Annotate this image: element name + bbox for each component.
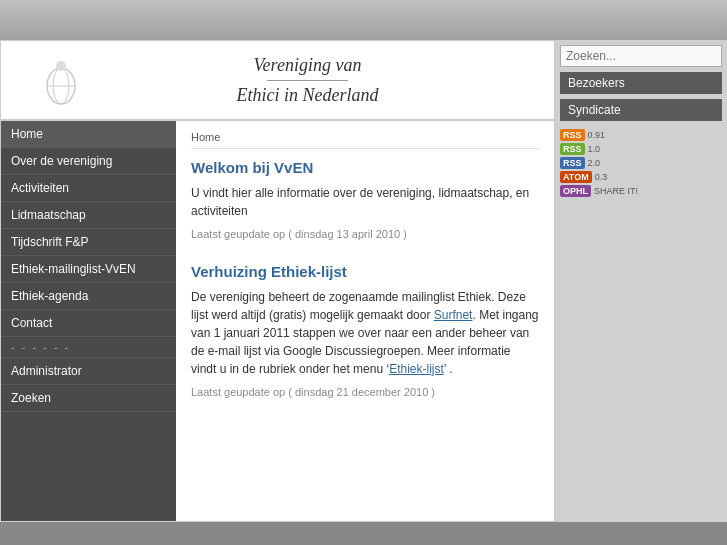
rss-20-icon: RSS <box>560 157 585 169</box>
atom-version: 0.3 <box>595 172 608 182</box>
main-content: Home Welkom bij VvEN U vindt hier alle i… <box>176 121 554 521</box>
ophl-badge[interactable]: OPHL SHARE IT! <box>560 185 722 197</box>
header-text: Vereniging van Ethici in Nederland <box>177 55 379 106</box>
rss-091-version: 0.91 <box>588 130 606 140</box>
ophl-version: SHARE IT! <box>594 186 638 196</box>
nav-item-over[interactable]: Over de vereniging <box>1 148 176 175</box>
section-welkom-updated: Laatst geupdate op ( dinsdag 13 april 20… <box>191 226 539 243</box>
ethiek-lijst-link[interactable]: Ethiek-lijst <box>389 362 444 376</box>
rss-10-version: 1.0 <box>588 144 601 154</box>
nav-item-zoeken[interactable]: Zoeken <box>1 385 176 412</box>
syndicate-label: Syndicate <box>560 99 722 121</box>
right-sidebar: Bezoekers Syndicate RSS 0.91 RSS 1.0 RSS… <box>555 40 727 522</box>
left-nav: Home Over de vereniging Activiteiten Lid… <box>1 121 176 521</box>
nav-item-tijdschrift[interactable]: Tijdschrift F&P <box>1 229 176 256</box>
section-welkom-body: U vindt hier alle informatie over de ver… <box>191 184 539 220</box>
nav-separator: - - - - - - <box>1 337 176 358</box>
nav-item-contact[interactable]: Contact <box>1 310 176 337</box>
bezoekers-label: Bezoekers <box>560 72 722 94</box>
verhuizing-text-3: ’ . <box>444 362 453 376</box>
logo-svg <box>31 51 91 111</box>
site-header: Vereniging van Ethici in Nederland <box>1 41 554 121</box>
rss-10-icon: RSS <box>560 143 585 155</box>
atom-badge[interactable]: ATOM 0.3 <box>560 171 722 183</box>
breadcrumb: Home <box>191 131 539 149</box>
nav-item-administrator[interactable]: Administrator <box>1 358 176 385</box>
svg-point-3 <box>56 61 66 71</box>
left-center: Vereniging van Ethici in Nederland Home … <box>0 40 555 522</box>
search-box <box>560 45 722 67</box>
section-verhuizing: Verhuizing Ethiek-lijst De vereniging be… <box>191 263 539 401</box>
search-input[interactable] <box>560 45 722 67</box>
syndicate-badges: RSS 0.91 RSS 1.0 RSS 2.0 ATOM 0.3 OPHL <box>560 126 722 200</box>
top-bar <box>0 0 727 40</box>
nav-item-lidmaatschap[interactable]: Lidmaatschap <box>1 202 176 229</box>
rss-091-icon: RSS <box>560 129 585 141</box>
section-welkom: Welkom bij VvEN U vindt hier alle inform… <box>191 159 539 243</box>
header-divider <box>267 80 349 81</box>
content-area: Home Over de vereniging Activiteiten Lid… <box>1 121 554 521</box>
nav-item-mailinglist[interactable]: Ethiek-mailinglist-VvEN <box>1 256 176 283</box>
header-title-bottom: Ethici in Nederland <box>237 85 379 106</box>
site-logo <box>31 51 91 114</box>
main-container: Vereniging van Ethici in Nederland Home … <box>0 40 727 522</box>
rss-badge-091[interactable]: RSS 0.91 <box>560 129 722 141</box>
section-welkom-title: Welkom bij VvEN <box>191 159 539 176</box>
surfnet-link[interactable]: Surfnet <box>434 308 473 322</box>
outer-wrapper: Vereniging van Ethici in Nederland Home … <box>0 0 727 522</box>
section-verhuizing-title: Verhuizing Ethiek-lijst <box>191 263 539 280</box>
nav-item-home[interactable]: Home <box>1 121 176 148</box>
section-verhuizing-body: De vereniging beheert de zogenaamde mail… <box>191 288 539 378</box>
nav-item-activiteiten[interactable]: Activiteiten <box>1 175 176 202</box>
ophl-icon: OPHL <box>560 185 591 197</box>
header-title-top: Vereniging van <box>237 55 379 76</box>
nav-item-agenda[interactable]: Ethiek-agenda <box>1 283 176 310</box>
rss-20-version: 2.0 <box>588 158 601 168</box>
rss-badge-10[interactable]: RSS 1.0 <box>560 143 722 155</box>
rss-badge-20[interactable]: RSS 2.0 <box>560 157 722 169</box>
atom-icon: ATOM <box>560 171 592 183</box>
section-verhuizing-updated: Laatst geupdate op ( dinsdag 21 december… <box>191 384 539 401</box>
